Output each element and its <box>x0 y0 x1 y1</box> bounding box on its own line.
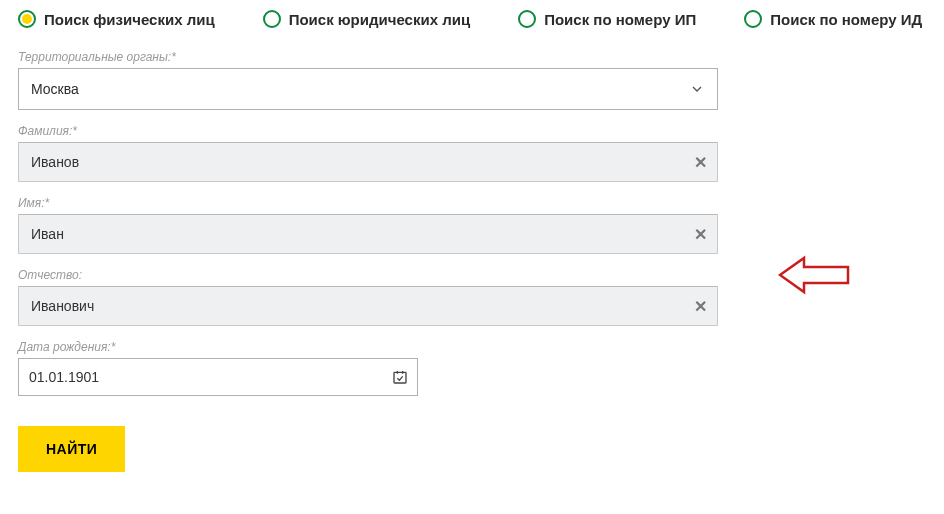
territory-value: Москва <box>31 81 79 97</box>
territory-select[interactable]: Москва <box>18 68 718 110</box>
search-form-container: Поиск физических лиц Поиск юридических л… <box>18 10 926 472</box>
close-icon: ✕ <box>694 297 707 316</box>
patronymic-input[interactable] <box>18 286 718 326</box>
calendar-button[interactable] <box>390 367 410 387</box>
tab-label: Поиск юридических лиц <box>289 11 471 28</box>
close-icon: ✕ <box>694 153 707 172</box>
firstname-input[interactable] <box>18 214 718 254</box>
clear-firstname-button[interactable]: ✕ <box>690 224 710 244</box>
birthdate-input[interactable] <box>18 358 418 396</box>
clear-lastname-button[interactable]: ✕ <box>690 152 710 172</box>
tab-legal-entities[interactable]: Поиск юридических лиц <box>263 10 471 28</box>
search-type-tabs: Поиск физических лиц Поиск юридических л… <box>18 10 926 28</box>
tab-individuals[interactable]: Поиск физических лиц <box>18 10 215 28</box>
form-fields: Территориальные органы:* Москва Фамилия:… <box>18 50 718 472</box>
chevron-down-icon <box>689 81 705 97</box>
territory-label: Территориальные органы:* <box>18 50 718 64</box>
tab-label: Поиск по номеру ИД <box>770 11 922 28</box>
patronymic-label: Отчество: <box>18 268 718 282</box>
svg-rect-0 <box>394 372 406 383</box>
radio-icon <box>518 10 536 28</box>
field-birthdate: Дата рождения:* <box>18 340 718 396</box>
tab-ip-number[interactable]: Поиск по номеру ИП <box>518 10 696 28</box>
calendar-icon <box>392 369 408 385</box>
search-button[interactable]: НАЙТИ <box>18 426 125 472</box>
field-territory: Территориальные органы:* Москва <box>18 50 718 110</box>
tab-label: Поиск физических лиц <box>44 11 215 28</box>
close-icon: ✕ <box>694 225 707 244</box>
clear-patronymic-button[interactable]: ✕ <box>690 296 710 316</box>
lastname-label: Фамилия:* <box>18 124 718 138</box>
radio-selected-icon <box>18 10 36 28</box>
field-firstname: Имя:* ✕ <box>18 196 718 254</box>
radio-icon <box>263 10 281 28</box>
field-patronymic: Отчество: ✕ <box>18 268 718 326</box>
firstname-label: Имя:* <box>18 196 718 210</box>
tab-id-number[interactable]: Поиск по номеру ИД <box>744 10 922 28</box>
field-lastname: Фамилия:* ✕ <box>18 124 718 182</box>
birthdate-label: Дата рождения:* <box>18 340 718 354</box>
radio-icon <box>744 10 762 28</box>
tab-label: Поиск по номеру ИП <box>544 11 696 28</box>
lastname-input[interactable] <box>18 142 718 182</box>
arrow-left-icon <box>778 254 850 296</box>
